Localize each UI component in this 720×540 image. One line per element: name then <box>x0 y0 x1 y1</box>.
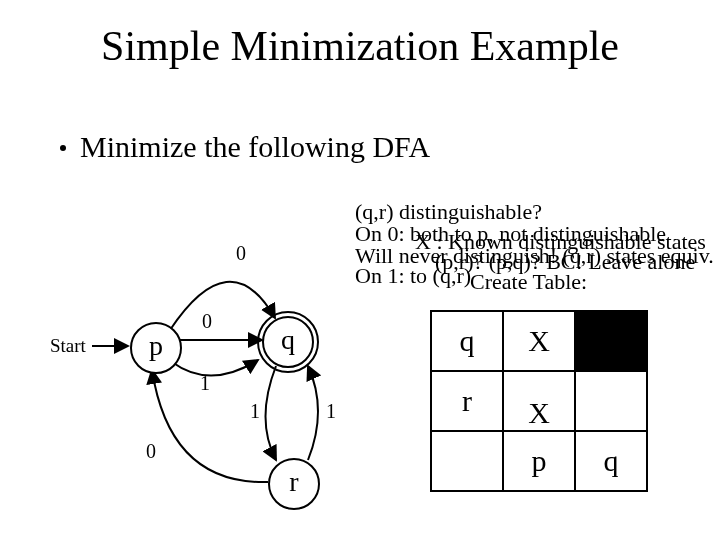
bullet-dot-icon <box>60 145 66 151</box>
cell: q <box>431 311 503 371</box>
cell: r <box>431 371 503 431</box>
cell-black <box>575 311 647 371</box>
cell: p <box>503 431 575 491</box>
edge-label: 0 <box>146 440 156 463</box>
table-row: r X <box>431 371 647 431</box>
edge-label: 1 <box>200 372 210 395</box>
edge-label: 1 <box>326 400 336 423</box>
edge-label: 0 <box>236 242 246 265</box>
edge-label: 0 <box>202 310 212 333</box>
cell <box>575 371 647 431</box>
state-q: q <box>262 316 314 368</box>
note-line: (q,r) distinguishable? <box>355 200 542 223</box>
note-line: Create Table: <box>470 270 587 293</box>
bullet-text: Minimize the following DFA <box>80 130 430 163</box>
dfa-diagram: Start p q r 0 0 1 <box>50 260 390 520</box>
distinguish-table: q X r X p q <box>430 310 648 492</box>
table-row: q X <box>431 311 647 371</box>
cell: X <box>503 371 575 431</box>
cell: X <box>503 311 575 371</box>
state-p: p <box>130 322 182 374</box>
cell <box>431 431 503 491</box>
table-row: p q <box>431 431 647 491</box>
dfa-edges <box>50 260 390 520</box>
bullet-line: Minimize the following DFA <box>60 130 430 164</box>
slide-title: Simple Minimization Example <box>0 22 720 70</box>
edge-label: 1 <box>250 400 260 423</box>
cell: q <box>575 431 647 491</box>
state-r: r <box>268 458 320 510</box>
